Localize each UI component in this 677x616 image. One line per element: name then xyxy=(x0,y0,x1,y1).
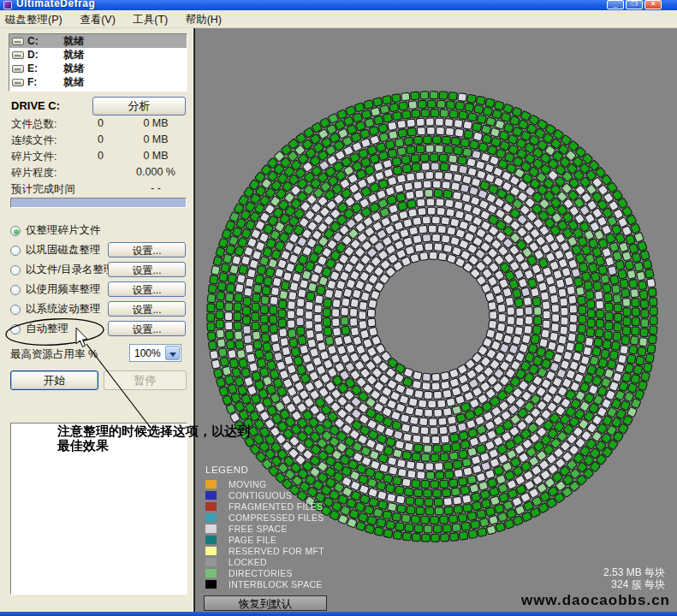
stat-total-files: 文件总数: 0 0 MB xyxy=(11,117,189,133)
app-window: UltimateDefrag _ ❐ ✕ 磁盘整理(P) 查看(V) 工具(T)… xyxy=(0,0,677,616)
window-controls: _ ❐ ✕ xyxy=(607,0,662,9)
pause-button: 暂停 xyxy=(104,370,187,390)
defrag-method-options: 仅整理碎片文件 以巩固磁盘整理 设置... 以文件/目录名整理 设置... 以使… xyxy=(0,221,194,339)
legend-item-freespace: FREE SPACE xyxy=(205,523,324,534)
drive-status: 就绪 xyxy=(63,75,84,90)
stat-size: 0 MB xyxy=(125,133,187,145)
stat-count: 0 xyxy=(62,117,104,129)
stat-fragmentation-level: 碎片程度: 0.000 % xyxy=(11,166,189,182)
option-label: 自动整理 xyxy=(26,322,68,336)
radio-icon[interactable] xyxy=(10,285,21,295)
color-swatch xyxy=(205,580,217,589)
block-info: 2.53 MB 每块 324 簇 每块 xyxy=(603,566,665,590)
option-label: 以系统波动整理 xyxy=(26,302,101,317)
color-swatch xyxy=(205,480,217,489)
settings-button-auto[interactable]: 设置... xyxy=(108,321,186,336)
drive-letter: E: xyxy=(27,62,63,74)
legend-title: LEGEND xyxy=(205,465,324,475)
drive-icon xyxy=(12,79,24,86)
drive-row-e[interactable]: E: 就绪 xyxy=(9,62,187,75)
stat-label: 碎片程度: xyxy=(11,167,56,179)
legend-item-interblock: INTERBLOCK SPACE xyxy=(205,578,324,589)
settings-button-volatility[interactable]: 设置... xyxy=(108,301,186,317)
stat-size: 0 MB xyxy=(125,150,187,162)
legend-item-directories: DIRECTORIES xyxy=(205,567,324,578)
block-size-text: 2.53 MB 每块 xyxy=(603,566,665,578)
drive-row-d[interactable]: D: 就绪 xyxy=(9,48,187,62)
maximize-icon: ❐ xyxy=(631,0,637,8)
stat-count: 0 xyxy=(62,150,104,162)
menu-disk-defrag[interactable]: 磁盘整理(P) xyxy=(0,10,71,30)
legend-item-contiguous: CONTIGUOUS xyxy=(205,489,324,500)
drive-icon xyxy=(12,65,24,73)
radio-icon[interactable] xyxy=(10,265,21,275)
color-swatch xyxy=(205,524,217,533)
option-label: 以文件/目录名整理 xyxy=(26,263,114,277)
stat-size: 0.000 % xyxy=(125,166,187,178)
minimize-icon: _ xyxy=(614,0,617,8)
drive-list: C: 就绪 D: 就绪 E: 就绪 F: 就绪 xyxy=(9,33,187,92)
drive-icon xyxy=(12,51,24,59)
menu-view[interactable]: 查看(V) xyxy=(74,10,124,30)
option-by-volatility[interactable]: 以系统波动整理 设置... xyxy=(0,299,194,319)
stat-size: - - xyxy=(125,182,187,194)
settings-button-filename[interactable]: 设置... xyxy=(108,262,186,277)
drive-icon xyxy=(12,38,24,45)
menu-help[interactable]: 帮助(H) xyxy=(181,10,230,30)
drive-status: 就绪 xyxy=(63,34,84,49)
minimize-button[interactable]: _ xyxy=(607,0,624,9)
stat-count: 0 xyxy=(62,133,104,145)
menu-bar: 磁盘整理(P) 查看(V) 工具(T) 帮助(H) xyxy=(0,10,677,28)
analyze-button[interactable]: 分析 xyxy=(92,97,186,116)
drive-row-c[interactable]: C: 就绪 xyxy=(9,34,187,48)
drive-status: 就绪 xyxy=(63,62,84,76)
menu-tools[interactable]: 工具(T) xyxy=(128,10,176,30)
option-label: 以使用频率整理 xyxy=(26,282,101,297)
resource-usage-select[interactable]: 100% xyxy=(129,344,181,362)
start-button[interactable]: 开始 xyxy=(10,370,98,390)
stat-label: 文件总数: xyxy=(11,118,56,130)
settings-button-frequency[interactable]: 设置... xyxy=(108,281,186,297)
stat-size: 0 MB xyxy=(125,117,187,129)
radio-icon[interactable] xyxy=(10,246,21,256)
drive-status: 就绪 xyxy=(63,48,84,62)
color-swatch xyxy=(205,513,217,522)
legend-item-fragmented: FRAGMENTED FILES xyxy=(205,500,324,512)
radio-icon[interactable] xyxy=(10,226,21,236)
option-auto[interactable]: 自动整理 设置... xyxy=(0,319,194,339)
legend: LEGEND MOVING CONTIGUOUS FRAGMENTED FILE… xyxy=(205,465,324,589)
drive-letter: C: xyxy=(27,35,63,47)
app-icon xyxy=(3,1,12,9)
resource-usage-value: 100% xyxy=(134,347,161,359)
stat-label: 预计完成时间 xyxy=(11,183,75,195)
legend-item-compressed: COMPRESSED FILES xyxy=(205,512,324,523)
progress-bar xyxy=(10,198,187,208)
watermark-text: www.daocaobbs.cn xyxy=(521,592,670,609)
stat-estimated-time: 预计完成时间 - - xyxy=(11,182,189,198)
stat-label: 碎片文件: xyxy=(11,151,56,163)
stat-fragmented-files: 碎片文件: 0 0 MB xyxy=(11,150,189,166)
option-by-filename[interactable]: 以文件/目录名整理 设置... xyxy=(0,260,194,280)
drive-panel-title: DRIVE C: xyxy=(11,99,60,112)
color-swatch xyxy=(205,558,217,566)
close-icon: ✕ xyxy=(650,0,656,8)
option-fragmented-only[interactable]: 仅整理碎片文件 xyxy=(0,221,194,240)
maximize-button[interactable]: ❐ xyxy=(626,0,643,9)
resource-usage-label: 最高资源占用率 % xyxy=(10,347,98,362)
drive-stats: 文件总数: 0 0 MB 连续文件: 0 0 MB 碎片文件: 0 0 MB 碎… xyxy=(11,117,189,198)
drive-letter: F: xyxy=(27,76,63,88)
legend-item-moving: MOVING xyxy=(205,478,324,489)
option-label: 仅整理碎片文件 xyxy=(26,223,101,238)
restore-default-button[interactable]: 恢复到默认 xyxy=(204,595,327,611)
window-bottom-border xyxy=(0,612,677,616)
radio-icon[interactable] xyxy=(10,324,21,335)
radio-icon[interactable] xyxy=(10,305,21,315)
legend-item-locked: LOCKED xyxy=(205,556,324,567)
option-consolidate[interactable]: 以巩固磁盘整理 设置... xyxy=(0,240,194,260)
settings-button-consolidate[interactable]: 设置... xyxy=(108,242,186,258)
chevron-down-icon[interactable] xyxy=(165,346,180,360)
drive-row-f[interactable]: F: 就绪 xyxy=(9,75,187,89)
option-by-frequency[interactable]: 以使用频率整理 设置... xyxy=(0,280,194,299)
close-button[interactable]: ✕ xyxy=(644,0,662,9)
window-title: UltimateDefrag xyxy=(16,0,95,9)
